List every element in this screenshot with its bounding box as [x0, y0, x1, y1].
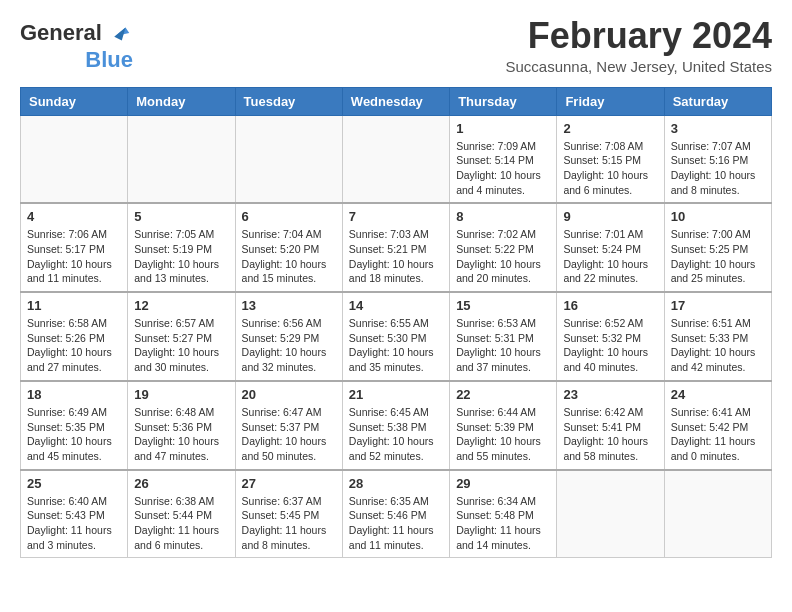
calendar-cell: 2Sunrise: 7:08 AM Sunset: 5:15 PM Daylig…: [557, 115, 664, 203]
day-info: Sunrise: 6:47 AM Sunset: 5:37 PM Dayligh…: [242, 405, 336, 464]
day-info: Sunrise: 7:00 AM Sunset: 5:25 PM Dayligh…: [671, 227, 765, 286]
calendar-cell: 26Sunrise: 6:38 AM Sunset: 5:44 PM Dayli…: [128, 470, 235, 558]
day-number: 9: [563, 209, 657, 224]
day-number: 26: [134, 476, 228, 491]
calendar-cell: 21Sunrise: 6:45 AM Sunset: 5:38 PM Dayli…: [342, 381, 449, 470]
day-info: Sunrise: 7:09 AM Sunset: 5:14 PM Dayligh…: [456, 139, 550, 198]
day-number: 8: [456, 209, 550, 224]
day-info: Sunrise: 7:04 AM Sunset: 5:20 PM Dayligh…: [242, 227, 336, 286]
calendar: SundayMondayTuesdayWednesdayThursdayFrid…: [20, 87, 772, 559]
day-number: 16: [563, 298, 657, 313]
calendar-cell: [21, 115, 128, 203]
day-number: 3: [671, 121, 765, 136]
calendar-cell: 17Sunrise: 6:51 AM Sunset: 5:33 PM Dayli…: [664, 292, 771, 381]
day-number: 22: [456, 387, 550, 402]
calendar-cell: 19Sunrise: 6:48 AM Sunset: 5:36 PM Dayli…: [128, 381, 235, 470]
calendar-cell: [128, 115, 235, 203]
calendar-cell: 12Sunrise: 6:57 AM Sunset: 5:27 PM Dayli…: [128, 292, 235, 381]
day-info: Sunrise: 6:52 AM Sunset: 5:32 PM Dayligh…: [563, 316, 657, 375]
calendar-cell: 15Sunrise: 6:53 AM Sunset: 5:31 PM Dayli…: [450, 292, 557, 381]
day-info: Sunrise: 7:01 AM Sunset: 5:24 PM Dayligh…: [563, 227, 657, 286]
day-number: 11: [27, 298, 121, 313]
day-info: Sunrise: 6:51 AM Sunset: 5:33 PM Dayligh…: [671, 316, 765, 375]
day-number: 25: [27, 476, 121, 491]
logo-bird-icon: [105, 20, 133, 48]
weekday-header-saturday: Saturday: [664, 87, 771, 115]
day-number: 1: [456, 121, 550, 136]
calendar-cell: 8Sunrise: 7:02 AM Sunset: 5:22 PM Daylig…: [450, 203, 557, 292]
calendar-cell: 1Sunrise: 7:09 AM Sunset: 5:14 PM Daylig…: [450, 115, 557, 203]
logo-text-blue: Blue: [20, 48, 133, 72]
calendar-cell: 7Sunrise: 7:03 AM Sunset: 5:21 PM Daylig…: [342, 203, 449, 292]
day-number: 23: [563, 387, 657, 402]
calendar-cell: 27Sunrise: 6:37 AM Sunset: 5:45 PM Dayli…: [235, 470, 342, 558]
day-info: Sunrise: 6:45 AM Sunset: 5:38 PM Dayligh…: [349, 405, 443, 464]
calendar-cell: 25Sunrise: 6:40 AM Sunset: 5:43 PM Dayli…: [21, 470, 128, 558]
calendar-cell: 22Sunrise: 6:44 AM Sunset: 5:39 PM Dayli…: [450, 381, 557, 470]
day-number: 19: [134, 387, 228, 402]
day-number: 14: [349, 298, 443, 313]
day-info: Sunrise: 6:58 AM Sunset: 5:26 PM Dayligh…: [27, 316, 121, 375]
day-info: Sunrise: 6:44 AM Sunset: 5:39 PM Dayligh…: [456, 405, 550, 464]
calendar-cell: 6Sunrise: 7:04 AM Sunset: 5:20 PM Daylig…: [235, 203, 342, 292]
day-number: 27: [242, 476, 336, 491]
day-number: 18: [27, 387, 121, 402]
calendar-cell: [342, 115, 449, 203]
calendar-cell: [664, 470, 771, 558]
day-number: 15: [456, 298, 550, 313]
day-info: Sunrise: 6:42 AM Sunset: 5:41 PM Dayligh…: [563, 405, 657, 464]
day-info: Sunrise: 6:35 AM Sunset: 5:46 PM Dayligh…: [349, 494, 443, 553]
day-number: 2: [563, 121, 657, 136]
logo-text: General: [20, 20, 133, 48]
day-info: Sunrise: 6:49 AM Sunset: 5:35 PM Dayligh…: [27, 405, 121, 464]
day-number: 21: [349, 387, 443, 402]
day-number: 4: [27, 209, 121, 224]
day-number: 24: [671, 387, 765, 402]
day-number: 5: [134, 209, 228, 224]
day-number: 17: [671, 298, 765, 313]
day-info: Sunrise: 6:40 AM Sunset: 5:43 PM Dayligh…: [27, 494, 121, 553]
calendar-cell: [235, 115, 342, 203]
weekday-header-friday: Friday: [557, 87, 664, 115]
day-info: Sunrise: 6:55 AM Sunset: 5:30 PM Dayligh…: [349, 316, 443, 375]
weekday-header-sunday: Sunday: [21, 87, 128, 115]
day-info: Sunrise: 6:53 AM Sunset: 5:31 PM Dayligh…: [456, 316, 550, 375]
day-number: 10: [671, 209, 765, 224]
day-number: 28: [349, 476, 443, 491]
day-info: Sunrise: 7:05 AM Sunset: 5:19 PM Dayligh…: [134, 227, 228, 286]
calendar-cell: 10Sunrise: 7:00 AM Sunset: 5:25 PM Dayli…: [664, 203, 771, 292]
day-info: Sunrise: 6:56 AM Sunset: 5:29 PM Dayligh…: [242, 316, 336, 375]
calendar-cell: 18Sunrise: 6:49 AM Sunset: 5:35 PM Dayli…: [21, 381, 128, 470]
logo: General Blue: [20, 20, 133, 72]
day-info: Sunrise: 7:06 AM Sunset: 5:17 PM Dayligh…: [27, 227, 121, 286]
calendar-cell: 23Sunrise: 6:42 AM Sunset: 5:41 PM Dayli…: [557, 381, 664, 470]
day-info: Sunrise: 7:03 AM Sunset: 5:21 PM Dayligh…: [349, 227, 443, 286]
day-number: 13: [242, 298, 336, 313]
weekday-header-thursday: Thursday: [450, 87, 557, 115]
day-info: Sunrise: 7:02 AM Sunset: 5:22 PM Dayligh…: [456, 227, 550, 286]
calendar-cell: 29Sunrise: 6:34 AM Sunset: 5:48 PM Dayli…: [450, 470, 557, 558]
calendar-cell: 24Sunrise: 6:41 AM Sunset: 5:42 PM Dayli…: [664, 381, 771, 470]
calendar-cell: 5Sunrise: 7:05 AM Sunset: 5:19 PM Daylig…: [128, 203, 235, 292]
calendar-cell: 20Sunrise: 6:47 AM Sunset: 5:37 PM Dayli…: [235, 381, 342, 470]
day-info: Sunrise: 6:34 AM Sunset: 5:48 PM Dayligh…: [456, 494, 550, 553]
calendar-cell: 13Sunrise: 6:56 AM Sunset: 5:29 PM Dayli…: [235, 292, 342, 381]
calendar-cell: 16Sunrise: 6:52 AM Sunset: 5:32 PM Dayli…: [557, 292, 664, 381]
calendar-cell: 4Sunrise: 7:06 AM Sunset: 5:17 PM Daylig…: [21, 203, 128, 292]
calendar-cell: 14Sunrise: 6:55 AM Sunset: 5:30 PM Dayli…: [342, 292, 449, 381]
day-info: Sunrise: 6:41 AM Sunset: 5:42 PM Dayligh…: [671, 405, 765, 464]
day-info: Sunrise: 6:37 AM Sunset: 5:45 PM Dayligh…: [242, 494, 336, 553]
day-number: 12: [134, 298, 228, 313]
weekday-header-monday: Monday: [128, 87, 235, 115]
day-number: 6: [242, 209, 336, 224]
day-info: Sunrise: 6:57 AM Sunset: 5:27 PM Dayligh…: [134, 316, 228, 375]
weekday-header-wednesday: Wednesday: [342, 87, 449, 115]
weekday-header-tuesday: Tuesday: [235, 87, 342, 115]
day-info: Sunrise: 6:38 AM Sunset: 5:44 PM Dayligh…: [134, 494, 228, 553]
day-number: 29: [456, 476, 550, 491]
calendar-cell: 11Sunrise: 6:58 AM Sunset: 5:26 PM Dayli…: [21, 292, 128, 381]
calendar-cell: 28Sunrise: 6:35 AM Sunset: 5:46 PM Dayli…: [342, 470, 449, 558]
calendar-cell: 9Sunrise: 7:01 AM Sunset: 5:24 PM Daylig…: [557, 203, 664, 292]
day-info: Sunrise: 7:07 AM Sunset: 5:16 PM Dayligh…: [671, 139, 765, 198]
day-number: 20: [242, 387, 336, 402]
